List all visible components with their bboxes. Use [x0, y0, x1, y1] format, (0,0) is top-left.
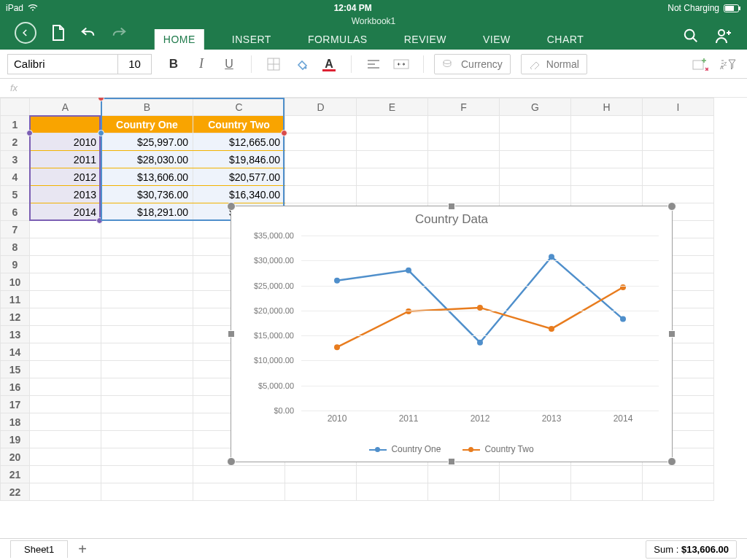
- cell[interactable]: [285, 133, 357, 151]
- tab-insert[interactable]: INSERT: [223, 29, 280, 50]
- cell[interactable]: [571, 466, 643, 483]
- cell[interactable]: [500, 116, 571, 133]
- sort-filter-button[interactable]: AZ: [716, 54, 740, 74]
- cell[interactable]: $12,665.00: [193, 133, 285, 151]
- cell[interactable]: [285, 186, 357, 203]
- cell[interactable]: [101, 483, 193, 501]
- fill-color-button[interactable]: [290, 54, 313, 74]
- cell[interactable]: [30, 466, 101, 483]
- cell[interactable]: [357, 168, 428, 186]
- cell[interactable]: [30, 238, 101, 256]
- italic-button[interactable]: I: [190, 54, 213, 74]
- cell[interactable]: [357, 466, 428, 483]
- cell[interactable]: [101, 343, 193, 361]
- row-header[interactable]: 10: [1, 273, 30, 291]
- cell[interactable]: [357, 116, 428, 133]
- cell[interactable]: [30, 343, 101, 361]
- cell[interactable]: [101, 448, 193, 466]
- cell[interactable]: 2014: [30, 203, 101, 221]
- cell[interactable]: [193, 483, 285, 501]
- cell[interactable]: [285, 116, 357, 133]
- insert-delete-button[interactable]: [689, 54, 712, 74]
- row-header[interactable]: 7: [1, 221, 30, 238]
- cell[interactable]: [101, 273, 193, 291]
- column-header[interactable]: B: [101, 98, 193, 116]
- redo-icon[interactable]: [111, 26, 127, 40]
- row-header[interactable]: 13: [1, 326, 30, 343]
- cell[interactable]: [30, 431, 101, 448]
- column-header[interactable]: E: [357, 98, 428, 116]
- row-header[interactable]: 1: [1, 116, 30, 133]
- cell[interactable]: [500, 186, 571, 203]
- cell[interactable]: 2012: [30, 168, 101, 186]
- merge-button[interactable]: [390, 54, 413, 74]
- row-header[interactable]: 3: [1, 151, 30, 168]
- cell[interactable]: [357, 483, 428, 501]
- column-header[interactable]: A: [30, 98, 101, 116]
- cell[interactable]: [30, 378, 101, 396]
- cell[interactable]: [500, 151, 571, 168]
- embedded-chart[interactable]: Country Data $0.00$5,000.00$10,000.00$15…: [231, 206, 673, 462]
- cell[interactable]: [428, 116, 500, 133]
- font-color-button[interactable]: A: [317, 54, 341, 74]
- cell[interactable]: [357, 133, 428, 151]
- row-header[interactable]: 5: [1, 186, 30, 203]
- selection-handle[interactable]: [26, 130, 33, 136]
- row-header[interactable]: 12: [1, 308, 30, 326]
- row-header[interactable]: 4: [1, 168, 30, 186]
- cell[interactable]: [30, 361, 101, 378]
- cell[interactable]: [30, 221, 101, 238]
- row-header[interactable]: 20: [1, 448, 30, 466]
- cell[interactable]: [500, 466, 571, 483]
- cell[interactable]: [193, 466, 285, 483]
- cell[interactable]: [571, 116, 643, 133]
- chart-resize-handle[interactable]: [448, 458, 455, 465]
- chart-resize-handle[interactable]: [227, 202, 236, 211]
- row-header[interactable]: 11: [1, 291, 30, 308]
- cell[interactable]: [357, 151, 428, 168]
- row-header[interactable]: 17: [1, 396, 30, 413]
- cell[interactable]: [30, 483, 101, 501]
- cell[interactable]: [30, 256, 101, 273]
- cell[interactable]: [571, 483, 643, 501]
- cell[interactable]: [285, 151, 357, 168]
- cell[interactable]: [428, 151, 500, 168]
- cell[interactable]: [571, 186, 643, 203]
- cell[interactable]: $25,997.00: [101, 133, 193, 151]
- cell[interactable]: [571, 168, 643, 186]
- spreadsheet-grid[interactable]: ABCDEFGHI1Country OneCountry Two22010$25…: [0, 98, 747, 538]
- cell[interactable]: $16,340.00: [193, 186, 285, 203]
- cell[interactable]: 2010: [30, 133, 101, 151]
- cell[interactable]: [30, 326, 101, 343]
- underline-button[interactable]: U: [217, 54, 241, 74]
- cell[interactable]: [30, 291, 101, 308]
- font-selector[interactable]: [7, 54, 152, 74]
- cell[interactable]: [285, 168, 357, 186]
- tab-home[interactable]: HOME: [155, 29, 204, 50]
- cell[interactable]: [428, 133, 500, 151]
- cell[interactable]: [101, 413, 193, 431]
- tab-formulas[interactable]: FORMULAS: [299, 29, 376, 50]
- cell[interactable]: [101, 256, 193, 273]
- sheet-tab[interactable]: Sheet1: [10, 540, 68, 558]
- row-header[interactable]: 22: [1, 483, 30, 501]
- align-button[interactable]: [362, 54, 385, 74]
- cell[interactable]: [643, 483, 714, 501]
- selection-handle[interactable]: [96, 217, 103, 224]
- column-header[interactable]: G: [500, 98, 571, 116]
- add-sheet-button[interactable]: +: [78, 541, 87, 558]
- cell[interactable]: [500, 133, 571, 151]
- selection-handle[interactable]: [281, 130, 287, 136]
- cell[interactable]: [101, 466, 193, 483]
- cell-style-dropdown[interactable]: Normal: [521, 54, 587, 74]
- cell[interactable]: [428, 483, 500, 501]
- row-header[interactable]: 2: [1, 133, 30, 151]
- cell[interactable]: [30, 308, 101, 326]
- bold-button[interactable]: B: [162, 54, 185, 74]
- tab-review[interactable]: REVIEW: [395, 29, 455, 50]
- cell[interactable]: [571, 151, 643, 168]
- cell[interactable]: [101, 431, 193, 448]
- cell[interactable]: [101, 221, 193, 238]
- cell[interactable]: [571, 133, 643, 151]
- chart-resize-handle[interactable]: [228, 330, 235, 338]
